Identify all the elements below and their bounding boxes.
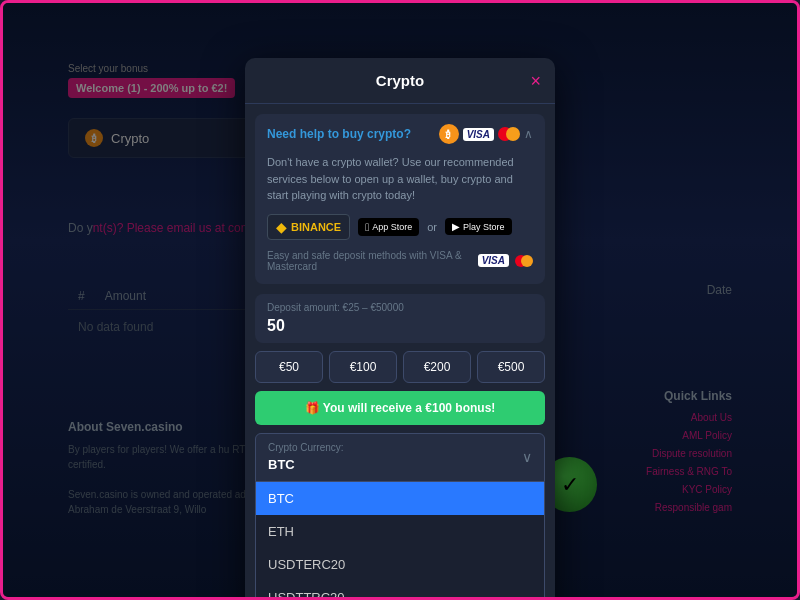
help-description: Don't have a crypto wallet? Use our reco… (267, 154, 533, 204)
visa-footer-text: Easy and safe deposit methods with VISA … (267, 250, 472, 272)
dropdown-list: BTC ETH USDTERC20 USDTTRC20 USDTBSC LTC (255, 482, 545, 601)
binance-icon: ◆ (276, 219, 287, 235)
help-title: Need help to buy crypto? (267, 127, 411, 141)
crypto-modal: Crypto × Need help to buy crypto? ₿ VISA… (245, 58, 555, 600)
help-body: Don't have a crypto wallet? Use our reco… (255, 154, 545, 284)
binance-logo[interactable]: ◆ BINANCE (267, 214, 350, 240)
help-header[interactable]: Need help to buy crypto? ₿ VISA ∧ (255, 114, 545, 154)
amount-500-button[interactable]: €500 (477, 351, 545, 383)
modal-overlay: Crypto × Need help to buy crypto? ₿ VISA… (3, 3, 797, 597)
background: SEVEN CASINO Select your bonus Welcome (… (0, 0, 800, 600)
visa-footer-icon: VISA (478, 254, 509, 267)
play-store-label: Play Store (463, 222, 505, 232)
help-services: ◆ BINANCE  App Store or ▶ Play Store (267, 214, 533, 240)
bonus-banner: 🎁 You will receive a €100 bonus! (255, 391, 545, 425)
deposit-section: Deposit amount: €25 – €50000 50 (245, 294, 555, 351)
mastercard-icon (498, 127, 520, 141)
dropdown-arrow-icon: ∨ (522, 449, 532, 465)
deposit-value: 50 (267, 317, 533, 335)
amount-200-button[interactable]: €200 (403, 351, 471, 383)
play-icon: ▶ (452, 221, 460, 232)
modal-close-button[interactable]: × (530, 72, 541, 90)
deposit-input-wrapper[interactable]: Deposit amount: €25 – €50000 50 (255, 294, 545, 343)
app-store-label: App Store (372, 222, 412, 232)
amount-50-button[interactable]: €50 (255, 351, 323, 383)
dropdown-item-usdterc20[interactable]: USDTERC20 (256, 548, 544, 581)
help-buy-crypto-section: Need help to buy crypto? ₿ VISA ∧ Don't … (255, 114, 545, 284)
btc-icon: ₿ (439, 124, 459, 144)
visa-icon: VISA (463, 128, 494, 141)
play-store-button[interactable]: ▶ Play Store (445, 218, 512, 235)
dropdown-selected-value: BTC (268, 457, 295, 472)
visa-footer: Easy and safe deposit methods with VISA … (267, 250, 533, 272)
or-text: or (427, 221, 437, 233)
dropdown-label: Crypto Currency: (268, 442, 344, 453)
app-store-button[interactable]:  App Store (358, 218, 419, 236)
dropdown-item-btc[interactable]: BTC (256, 482, 544, 515)
amount-100-button[interactable]: €100 (329, 351, 397, 383)
binance-label: BINANCE (291, 221, 341, 233)
apple-icon:  (365, 221, 369, 233)
dropdown-header[interactable]: Crypto Currency: BTC ∨ (255, 433, 545, 482)
dropdown-item-eth[interactable]: ETH (256, 515, 544, 548)
deposit-hint: Deposit amount: €25 – €50000 (267, 302, 533, 313)
modal-header: Crypto × (245, 58, 555, 104)
dropdown-header-content: Crypto Currency: BTC (268, 442, 344, 473)
help-payment-icons: ₿ VISA ∧ (439, 124, 533, 144)
quick-amounts: €50 €100 €200 €500 (245, 351, 555, 391)
mastercard-footer-icon (515, 255, 533, 267)
dropdown-item-usdttrc20[interactable]: USDTTRC20 (256, 581, 544, 601)
chevron-up-icon: ∧ (524, 127, 533, 141)
crypto-currency-dropdown: Crypto Currency: BTC ∨ BTC ETH USDTERC20… (255, 433, 545, 601)
modal-title: Crypto (376, 72, 424, 89)
